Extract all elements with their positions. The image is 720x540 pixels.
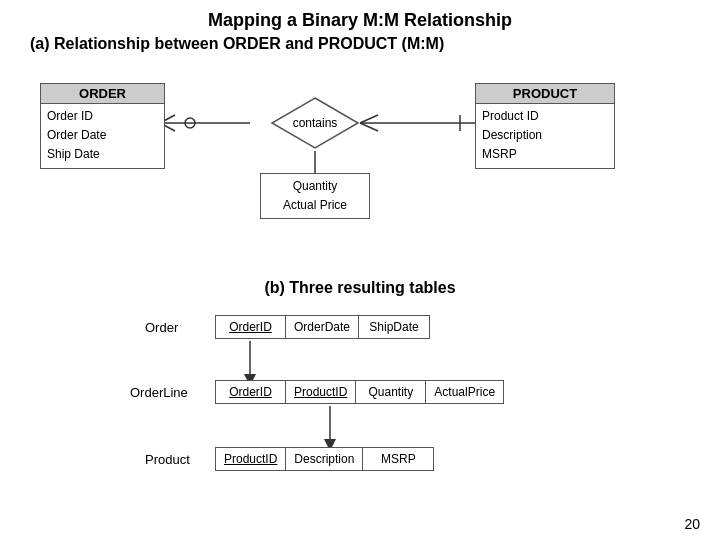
order-entity-box: ORDER Order ID Order Date Ship Date <box>40 83 165 169</box>
contains-diamond: contains <box>270 96 360 151</box>
product-col-msrp: MSRP <box>363 448 433 470</box>
orderline-col-actualprice: ActualPrice <box>426 381 503 403</box>
orderline-col-quantity: Quantity <box>356 381 426 403</box>
product-col-productid: ProductID <box>216 448 286 470</box>
product-db-table: ProductID Description MSRP <box>215 447 434 471</box>
product-col-description: Description <box>286 448 363 470</box>
order-db-table: OrderID OrderDate ShipDate <box>215 315 430 339</box>
product-field-1: Product ID <box>482 107 608 126</box>
er-diagram: ORDER Order ID Order Date Ship Date cont… <box>20 63 700 273</box>
tables-diagram: Order OrderID OrderDate ShipDate OrderLi… <box>20 305 700 495</box>
attr-actual-price: Actual Price <box>269 196 361 215</box>
orderline-table-label: OrderLine <box>130 385 188 400</box>
order-box-body: Order ID Order Date Ship Date <box>41 104 164 168</box>
orderline-col-productid: ProductID <box>286 381 356 403</box>
product-box-header: PRODUCT <box>476 84 614 104</box>
product-field-3: MSRP <box>482 145 608 164</box>
order-col-orderid: OrderID <box>216 316 286 338</box>
svg-line-7 <box>360 123 378 131</box>
product-box-body: Product ID Description MSRP <box>476 104 614 168</box>
product-table-label: Product <box>145 452 190 467</box>
section-b-title: (b) Three resulting tables <box>20 279 700 297</box>
svg-line-6 <box>360 115 378 123</box>
order-field-2: Order Date <box>47 126 158 145</box>
order-field-3: Ship Date <box>47 145 158 164</box>
product-field-2: Description <box>482 126 608 145</box>
attr-quantity: Quantity <box>269 177 361 196</box>
orderline-col-orderid: OrderID <box>216 381 286 403</box>
svg-point-3 <box>185 118 195 128</box>
order-box-header: ORDER <box>41 84 164 104</box>
page-container: Mapping a Binary M:M Relationship (a) Re… <box>0 0 720 540</box>
orderline-db-table: OrderID ProductID Quantity ActualPrice <box>215 380 504 404</box>
svg-text:contains: contains <box>293 116 338 130</box>
order-col-shipdate: ShipDate <box>359 316 429 338</box>
order-table-label: Order <box>145 320 178 335</box>
page-number: 20 <box>684 516 700 532</box>
subtitle: (a) Relationship between ORDER and PRODU… <box>30 35 700 53</box>
order-col-orderdate: OrderDate <box>286 316 359 338</box>
order-field-1: Order ID <box>47 107 158 126</box>
main-title: Mapping a Binary M:M Relationship <box>20 10 700 31</box>
attribute-box: Quantity Actual Price <box>260 173 370 219</box>
product-entity-box: PRODUCT Product ID Description MSRP <box>475 83 615 169</box>
